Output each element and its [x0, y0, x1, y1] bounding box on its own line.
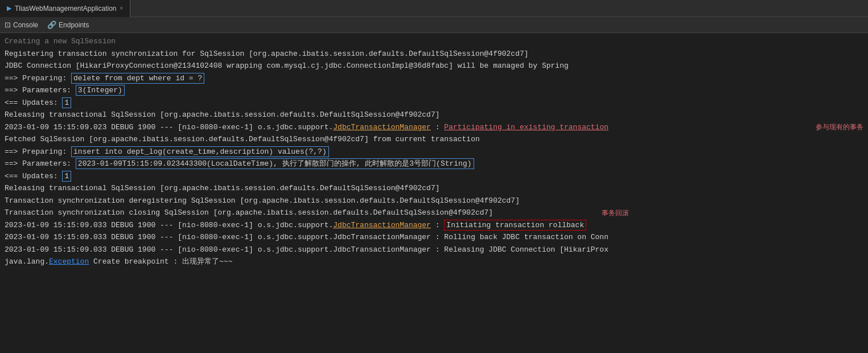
console-label: Console [13, 21, 38, 29]
log-line-fetched: Fetched SqlSession [org.apache.ibatis.se… [0, 133, 868, 146]
annotation-rollback: 事务回滚 [602, 208, 629, 218]
log-text: Fetched SqlSession [org.apache.ibatis.se… [5, 134, 480, 145]
log-text: <== Updates: 1 [5, 97, 71, 109]
participating-link[interactable]: Participating in existing transaction [444, 123, 608, 132]
toolbar: ⊡ Console 🔗 Endpoints [0, 17, 868, 33]
log-text: Releasing transactional SqlSession [org.… [5, 109, 440, 121]
log-line-rolling-back: 2023-01-09 15:15:09.033 DEBUG 1900 --- [… [0, 231, 868, 244]
log-text: 2023-01-09 15:15:09.033 DEBUG 1900 --- [… [5, 232, 608, 243]
annotation-participating: 参与现有的事务 [816, 122, 863, 132]
log-line-params1: ==> Parameters: 3(Integer) [0, 84, 868, 97]
log-line-preparing2: ==> Preparing: insert into dept_log(crea… [0, 146, 868, 158]
tab-close-button[interactable]: × [120, 5, 124, 11]
log-line-releasing1: Releasing transactional SqlSession [org.… [0, 109, 868, 121]
log-line-preparing1: ==> Preparing: delete from dept where id… [0, 72, 868, 85]
app-icon: ▶ [7, 5, 11, 12]
class-link2[interactable]: JdbcTransactionManager [333, 221, 431, 229]
log-line-creating: Creating a new SqlSession [0, 35, 868, 48]
log-line-debug-participating: 2023-01-09 15:15:09.023 DEBUG 1900 --- [… [0, 121, 868, 134]
sql-highlight2: insert into dept_log(create_time,descrip… [71, 146, 329, 157]
params-highlight2: 2023-01-09T15:15:09.023443300(LocalDateT… [76, 158, 474, 169]
log-text: ==> Preparing: insert into dept_log(crea… [5, 146, 329, 158]
app-tab-label: TliasWebManagementApplication [15, 5, 117, 13]
log-line-params2: ==> Parameters: 2023-01-09T15:15:09.0234… [0, 158, 868, 170]
app-tab[interactable]: ▶ TliasWebManagementApplication × [0, 0, 130, 17]
log-line-updates1: <== Updates: 1 [0, 97, 868, 109]
endpoints-tab[interactable]: 🔗 Endpoints [47, 20, 89, 29]
console-area: Creating a new SqlSession Registering tr… [0, 33, 868, 353]
log-text: ==> Parameters: 2023-01-09T15:15:09.0234… [5, 158, 474, 170]
exception-link[interactable]: Exception [49, 257, 89, 266]
endpoints-label: Endpoints [59, 21, 89, 29]
log-text: 2023-01-09 15:15:09.033 DEBUG 1900 --- [… [5, 244, 608, 256]
endpoints-icon: 🔗 [47, 20, 56, 29]
log-text: JDBC Connection [HikariProxyConnection@2… [5, 60, 569, 72]
log-line-jdbc: JDBC Connection [HikariProxyConnection@2… [0, 60, 868, 72]
log-text: Releasing transactional SqlSession [org.… [5, 183, 440, 194]
log-line-releasing-jdbc: 2023-01-09 15:15:09.033 DEBUG 1900 --- [… [0, 244, 868, 256]
log-text: Transaction synchronization deregisterin… [5, 195, 520, 207]
log-line-registering: Registering transaction synchronization … [0, 48, 868, 60]
title-bar: ▶ TliasWebManagementApplication × [0, 0, 868, 17]
log-line-exception: java.lang.Exception Create breakpoint : … [0, 256, 868, 268]
params-highlight: 3(Integer) [76, 85, 125, 96]
rollback-highlight: Initiating transaction rollback [444, 220, 586, 231]
log-line-updates2: <== Updates: 1 [0, 170, 868, 183]
log-text: 2023-01-09 15:15:09.023 DEBUG 1900 --- [… [5, 122, 608, 133]
console-tab[interactable]: ⊡ Console [5, 20, 38, 29]
log-line-deregistering: Transaction synchronization deregisterin… [0, 195, 868, 207]
sql-highlight: delete from dept where id = ? [71, 73, 204, 84]
log-line-releasing2: Releasing transactional SqlSession [org.… [0, 182, 868, 195]
log-text: <== Updates: 1 [5, 171, 71, 182]
log-text: 2023-01-09 15:15:09.033 DEBUG 1900 --- [… [5, 220, 586, 231]
console-icon: ⊡ [5, 20, 11, 29]
log-text: java.lang.Exception Create breakpoint : … [5, 256, 232, 268]
log-line-closing: Transaction synchronization closing SqlS… [0, 207, 868, 219]
log-text: Registering transaction synchronization … [5, 48, 529, 60]
log-text: ==> Parameters: 3(Integer) [5, 85, 125, 96]
log-text: Creating a new SqlSession [5, 36, 116, 47]
log-text: ==> Preparing: delete from dept where id… [5, 73, 204, 84]
log-text: Transaction synchronization closing SqlS… [5, 207, 493, 219]
class-link[interactable]: JdbcTransactionManager [333, 123, 431, 132]
updates-highlight2: 1 [62, 171, 71, 182]
log-line-debug-rollback: 2023-01-09 15:15:09.033 DEBUG 1900 --- [… [0, 219, 868, 232]
updates-highlight: 1 [62, 97, 71, 108]
